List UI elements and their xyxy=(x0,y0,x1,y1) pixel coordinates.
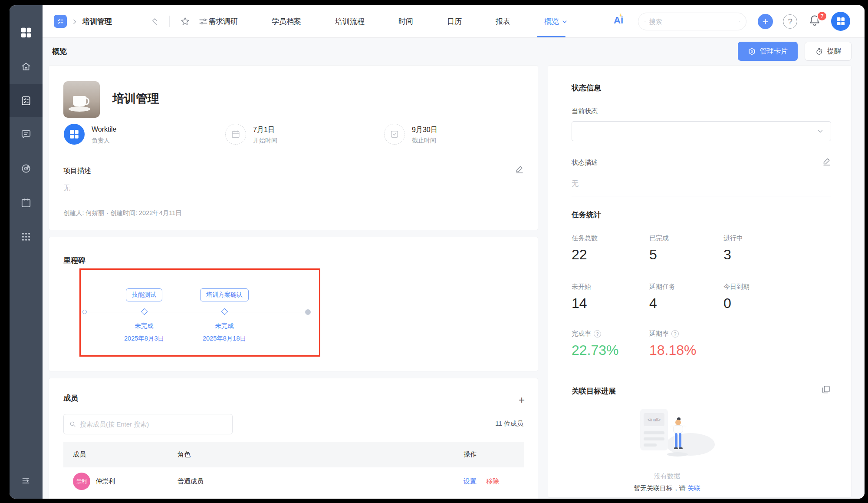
sidebar-item-messages[interactable] xyxy=(10,122,43,147)
cover-saucer xyxy=(69,106,90,112)
worktile-logo xyxy=(10,20,43,45)
doc-line xyxy=(644,431,664,434)
ai-assistant-button[interactable]: Ai + xyxy=(614,15,623,26)
tab-time[interactable]: 时间 xyxy=(398,17,413,26)
breadcrumb-project-name[interactable]: 培训管理 xyxy=(82,17,112,26)
search-input[interactable] xyxy=(649,18,736,25)
current-status-label: 当前状态 xyxy=(572,107,598,116)
worktile-owner-icon xyxy=(69,129,80,140)
calendar-start-icon xyxy=(231,129,240,139)
member-settings-link[interactable]: 设置 xyxy=(464,477,477,486)
worktile-logo-icon xyxy=(20,26,33,39)
help-circle-icon[interactable]: ? xyxy=(671,330,679,338)
link-goal-button[interactable]: 关联 xyxy=(687,484,700,492)
illustration-doc-card: </null> xyxy=(640,409,668,450)
stopwatch-icon xyxy=(815,47,823,56)
start-date-label: 开始时间 xyxy=(253,137,277,145)
edit-status-icon[interactable] xyxy=(822,156,832,166)
tab-reports[interactable]: 报表 xyxy=(496,17,510,26)
owner-role-label: 负责人 xyxy=(92,137,110,145)
project-created-meta: 创建人: 何娇丽 · 创建时间: 2022年4月11日 xyxy=(63,209,182,217)
completion-rate-label: 完成率 xyxy=(572,330,591,338)
owner-avatar[interactable] xyxy=(64,124,85,145)
divider xyxy=(572,196,831,196)
timeline-end-node xyxy=(305,309,311,315)
create-new-button[interactable]: + xyxy=(758,14,773,29)
notifications-button[interactable]: 7 xyxy=(808,14,824,30)
member-count: 11 位成员 xyxy=(495,420,523,428)
reminder-button[interactable]: 提醒 xyxy=(805,42,852,61)
help-circle-icon[interactable]: ? xyxy=(594,330,601,338)
project-cover-image[interactable] xyxy=(63,81,100,118)
sidebar-collapse-toggle[interactable] xyxy=(10,468,43,493)
due-date-label: 截止时间 xyxy=(412,137,436,145)
illustration-person xyxy=(671,417,685,454)
sidebar-item-projects[interactable] xyxy=(10,84,43,117)
project-title: 培训管理 xyxy=(112,91,159,106)
milestone-badge-1[interactable]: 技能测试 xyxy=(126,288,162,301)
collapse-icon xyxy=(20,475,32,486)
tab-overview[interactable]: 概览 xyxy=(544,17,568,26)
tab-requirements[interactable]: 需求调研 xyxy=(208,17,238,26)
topbar: 培训管理 需求调研 学员档案 培训流程 时间 日历 报表 概览 Ai xyxy=(43,5,865,38)
sidebar-item-okr[interactable] xyxy=(10,156,43,181)
add-member-button[interactable]: + xyxy=(519,394,525,406)
task-stats-title: 任务统计 xyxy=(572,210,601,220)
tab-calendar[interactable]: 日历 xyxy=(447,17,462,26)
column-action: 操作 xyxy=(464,450,524,459)
stat-label: 未开始 xyxy=(572,283,591,291)
search-icon xyxy=(69,420,76,428)
stat-completed: 已完成 5 xyxy=(649,234,669,263)
manage-cards-label: 管理卡片 xyxy=(760,47,788,56)
right-panel: 状态信息 当前状态 状态描述 无 任务统计 任务总数 22 已完成 5 xyxy=(548,65,852,498)
milestones-card: 里程碑 技能测试 培训方案确认 未完成 未完成 2025年8月3日 2025年8… xyxy=(49,237,538,371)
stat-value: 0 xyxy=(723,295,750,311)
sidebar-item-calendar[interactable] xyxy=(10,190,43,215)
divider xyxy=(169,16,170,27)
status-desc-value: 无 xyxy=(572,179,579,189)
column-role: 角色 xyxy=(178,450,464,459)
stat-delay-rate: 延期率 ? 18.18% xyxy=(649,330,697,358)
calendar-icon xyxy=(20,197,32,208)
user-avatar[interactable] xyxy=(831,12,850,31)
target-icon xyxy=(20,163,32,174)
stat-value: 4 xyxy=(649,295,675,311)
stat-label: 任务总数 xyxy=(572,234,598,242)
global-search xyxy=(638,13,746,30)
status-desc-label: 状态描述 xyxy=(572,159,598,167)
tab-student-files[interactable]: 学员档案 xyxy=(272,17,301,26)
current-status-select[interactable] xyxy=(572,121,831,141)
settings-sliders-icon[interactable] xyxy=(198,16,209,27)
copy-cards-icon[interactable] xyxy=(821,384,831,395)
member-remove-link[interactable]: 移除 xyxy=(486,477,499,486)
status-info-title: 状态信息 xyxy=(572,83,601,93)
sidebar-item-apps[interactable] xyxy=(10,224,43,249)
star-favorite-icon[interactable] xyxy=(180,16,191,27)
project-desc-label: 项目描述 xyxy=(63,166,91,175)
edit-description-icon[interactable] xyxy=(514,164,525,174)
manage-cards-button[interactable]: 管理卡片 xyxy=(738,42,798,61)
stat-total: 任务总数 22 xyxy=(572,234,598,263)
member-row[interactable]: 崇利 仲崇利 普通成员 设置 移除 xyxy=(63,467,524,495)
member-search-input[interactable] xyxy=(80,420,227,428)
sidebar xyxy=(10,5,43,499)
member-avatar: 崇利 xyxy=(73,473,90,490)
switch-project-icon[interactable] xyxy=(151,17,158,27)
reminder-label: 提醒 xyxy=(827,47,841,56)
help-button[interactable]: ? xyxy=(783,14,797,29)
timeline-start-node xyxy=(82,310,87,314)
search-filter-icon[interactable] xyxy=(739,18,740,26)
milestone-status-2: 未完成 xyxy=(215,322,234,330)
project-type-icon[interactable] xyxy=(54,15,67,28)
stat-label: 已完成 xyxy=(649,234,669,242)
annotation-highlight-box xyxy=(79,268,320,357)
delay-rate-value: 18.18% xyxy=(649,342,697,358)
empty-hint-text: 暂无关联目标，请 xyxy=(634,484,686,492)
checklist-icon xyxy=(56,17,65,26)
tab-training-flow[interactable]: 培训流程 xyxy=(335,17,365,26)
doc-line xyxy=(644,437,664,440)
milestone-badge-2[interactable]: 培训方案确认 xyxy=(200,288,249,301)
milestone-date-2: 2025年8月18日 xyxy=(203,334,246,343)
worktile-avatar-icon xyxy=(835,16,846,26)
sidebar-item-home[interactable] xyxy=(10,54,43,79)
